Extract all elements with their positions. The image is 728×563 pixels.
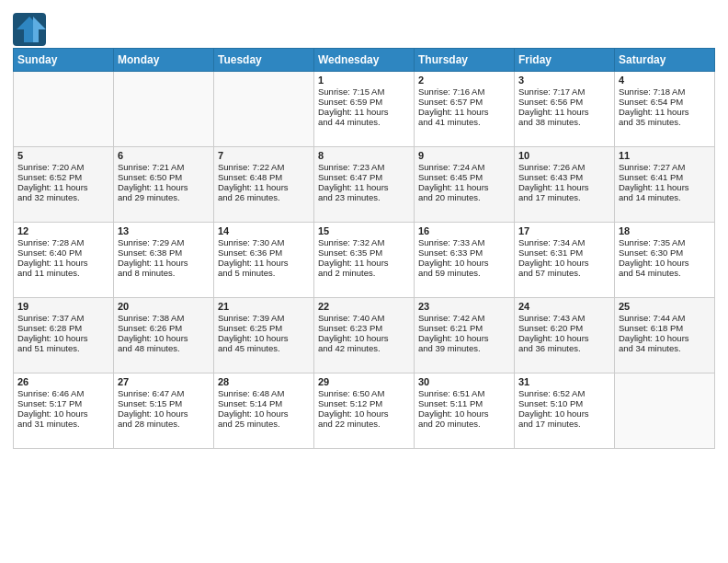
day-cell: 21Sunrise: 7:39 AMSunset: 6:25 PMDayligh… [214, 298, 314, 373]
day-cell: 9Sunrise: 7:24 AMSunset: 6:45 PMDaylight… [415, 147, 515, 223]
day-info: Sunrise: 7:16 AM [418, 86, 510, 97]
day-number: 10 [518, 150, 610, 161]
day-info: Daylight: 11 hours [218, 258, 310, 268]
day-info: Sunset: 6:54 PM [619, 97, 711, 107]
day-number: 13 [118, 225, 210, 236]
day-info: Sunset: 6:41 PM [619, 172, 711, 182]
week-row-2: 5Sunrise: 7:20 AMSunset: 6:52 PMDaylight… [14, 147, 715, 223]
day-info: and 20 minutes. [418, 192, 510, 202]
day-number: 23 [418, 301, 510, 312]
day-info: Sunrise: 7:23 AM [318, 162, 410, 172]
day-info: Sunset: 6:36 PM [218, 247, 310, 258]
day-info: Daylight: 11 hours [418, 182, 510, 192]
day-number: 6 [118, 150, 210, 161]
day-info: Sunset: 6:45 PM [418, 172, 510, 182]
day-info: Daylight: 10 hours [318, 333, 410, 343]
day-number: 2 [418, 75, 510, 86]
day-cell: 20Sunrise: 7:38 AMSunset: 6:26 PMDayligh… [114, 298, 214, 373]
day-info: Sunset: 5:17 PM [17, 398, 109, 408]
day-number: 14 [218, 225, 310, 236]
day-cell: 24Sunrise: 7:43 AMSunset: 6:20 PMDayligh… [515, 298, 615, 373]
day-info: Sunset: 6:28 PM [17, 323, 109, 333]
day-info: Sunset: 6:38 PM [118, 247, 210, 258]
week-row-1: 1Sunrise: 7:15 AMSunset: 6:59 PMDaylight… [14, 72, 715, 147]
day-info: and 28 minutes. [118, 419, 210, 429]
day-info: Sunset: 6:57 PM [418, 97, 510, 107]
day-info: Sunrise: 7:39 AM [218, 313, 310, 323]
day-cell: 29Sunrise: 6:50 AMSunset: 5:12 PMDayligh… [314, 373, 415, 449]
day-info: Sunrise: 7:33 AM [418, 237, 510, 247]
column-header-friday: Friday [515, 49, 615, 72]
day-info: and 14 minutes. [619, 192, 711, 202]
day-cell: 8Sunrise: 7:23 AMSunset: 6:47 PMDaylight… [314, 147, 415, 223]
day-number: 18 [619, 225, 711, 236]
day-info: Daylight: 10 hours [619, 258, 711, 268]
day-info: Sunrise: 6:52 AM [518, 388, 610, 398]
day-info: and 34 minutes. [619, 343, 711, 353]
day-number: 28 [218, 376, 310, 387]
day-number: 15 [318, 225, 410, 236]
day-info: Sunset: 6:30 PM [619, 247, 711, 258]
day-info: Sunset: 5:14 PM [218, 398, 310, 408]
day-info: Daylight: 10 hours [518, 258, 610, 268]
day-info: Sunset: 5:15 PM [118, 398, 210, 408]
day-number: 11 [619, 150, 711, 161]
day-info: Daylight: 10 hours [118, 408, 210, 419]
day-info: Daylight: 10 hours [518, 333, 610, 343]
day-info: Sunrise: 7:40 AM [318, 313, 410, 323]
page: SundayMondayTuesdayWednesdayThursdayFrid… [0, 0, 728, 458]
column-header-sunday: Sunday [14, 49, 114, 72]
day-number: 17 [518, 225, 610, 236]
day-info: and 31 minutes. [17, 419, 109, 429]
day-number: 21 [218, 301, 310, 312]
day-info: and 2 minutes. [318, 268, 410, 278]
day-info: Sunset: 5:12 PM [318, 398, 410, 408]
day-info: Sunset: 6:43 PM [518, 172, 610, 182]
day-number: 4 [619, 75, 711, 86]
day-info: Sunrise: 7:44 AM [619, 313, 711, 323]
day-info: Sunset: 6:52 PM [17, 172, 109, 182]
day-info: Sunrise: 7:35 AM [619, 237, 711, 247]
day-number: 7 [218, 150, 310, 161]
day-info: and 57 minutes. [518, 268, 610, 278]
day-info: Daylight: 10 hours [318, 408, 410, 419]
day-info: and 48 minutes. [118, 343, 210, 353]
day-cell: 26Sunrise: 6:46 AMSunset: 5:17 PMDayligh… [14, 373, 114, 449]
day-info: and 44 minutes. [318, 117, 410, 127]
day-info: Sunset: 6:47 PM [318, 172, 410, 182]
day-cell: 3Sunrise: 7:17 AMSunset: 6:56 PMDaylight… [515, 72, 615, 147]
day-cell [114, 72, 214, 147]
day-number: 1 [318, 75, 410, 86]
day-number: 20 [118, 301, 210, 312]
day-info: Sunrise: 7:43 AM [518, 313, 610, 323]
day-cell: 27Sunrise: 6:47 AMSunset: 5:15 PMDayligh… [114, 373, 214, 449]
day-info: Sunset: 6:21 PM [418, 323, 510, 333]
day-cell: 18Sunrise: 7:35 AMSunset: 6:30 PMDayligh… [615, 223, 715, 298]
day-info: Daylight: 10 hours [17, 408, 109, 419]
day-info: Sunrise: 7:34 AM [518, 237, 610, 247]
day-info: Sunrise: 6:47 AM [118, 388, 210, 398]
week-row-3: 12Sunrise: 7:28 AMSunset: 6:40 PMDayligh… [14, 223, 715, 298]
day-number: 24 [518, 301, 610, 312]
day-info: Daylight: 11 hours [318, 258, 410, 268]
day-info: Sunset: 6:33 PM [418, 247, 510, 258]
day-info: Sunrise: 7:32 AM [318, 237, 410, 247]
day-info: Sunset: 6:18 PM [619, 323, 711, 333]
day-info: Daylight: 10 hours [218, 333, 310, 343]
day-number: 3 [518, 75, 610, 86]
day-info: Sunset: 6:48 PM [218, 172, 310, 182]
column-header-wednesday: Wednesday [314, 49, 415, 72]
day-cell: 25Sunrise: 7:44 AMSunset: 6:18 PMDayligh… [615, 298, 715, 373]
column-header-saturday: Saturday [615, 49, 715, 72]
day-info: Daylight: 11 hours [518, 107, 610, 117]
day-info: and 39 minutes. [418, 343, 510, 353]
day-info: Sunset: 6:31 PM [518, 247, 610, 258]
day-cell [14, 72, 114, 147]
day-cell: 7Sunrise: 7:22 AMSunset: 6:48 PMDaylight… [214, 147, 314, 223]
day-info: Sunset: 6:26 PM [118, 323, 210, 333]
header [13, 9, 715, 46]
day-info: Sunset: 6:50 PM [118, 172, 210, 182]
day-info: Daylight: 10 hours [518, 408, 610, 419]
day-info: and 11 minutes. [17, 268, 109, 278]
day-info: Sunset: 6:56 PM [518, 97, 610, 107]
